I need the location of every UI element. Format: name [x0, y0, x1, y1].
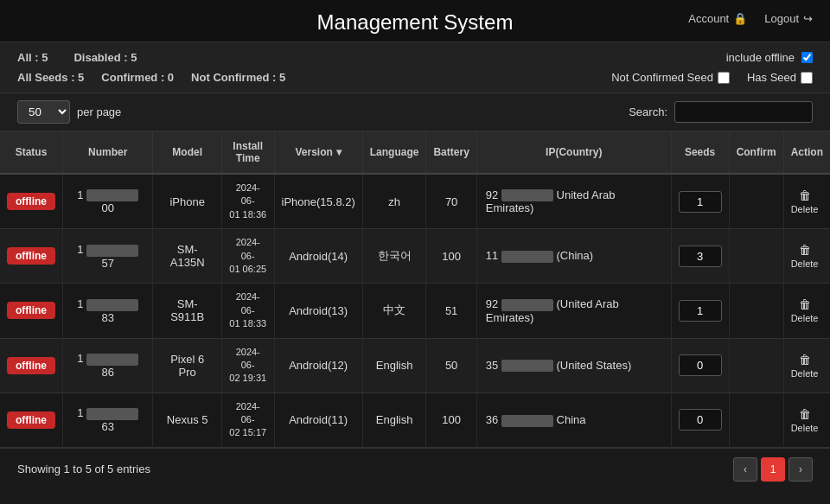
- cell-number: 1 63: [63, 392, 153, 447]
- delete-label: Delete: [791, 313, 819, 323]
- cell-version: Android(13): [274, 284, 362, 338]
- status-badge: offline: [7, 357, 55, 374]
- cell-number: 1 57: [63, 229, 153, 284]
- trash-icon: 🗑: [799, 297, 811, 311]
- col-install-time: InstallTime: [221, 131, 274, 174]
- col-model: Model: [153, 131, 221, 174]
- masked-number: [86, 354, 138, 366]
- delete-button[interactable]: 🗑 Delete: [791, 188, 819, 214]
- cell-number: 1 00: [63, 174, 153, 229]
- not-confirmed-seed-checkbox[interactable]: [718, 72, 730, 84]
- cell-model: SM-A135N: [153, 229, 221, 284]
- delete-label: Delete: [791, 423, 819, 433]
- logout-button[interactable]: Logout ↪: [764, 12, 813, 25]
- trash-icon: 🗑: [799, 353, 811, 367]
- status-badge: offline: [7, 411, 55, 429]
- col-action: Action: [783, 131, 830, 174]
- col-confirm: Confirm: [729, 131, 783, 174]
- pagination: ‹ 1 ›: [733, 457, 813, 482]
- delete-button[interactable]: 🗑 Delete: [791, 407, 819, 433]
- seeds-value: 1: [679, 191, 722, 213]
- table-row: offline 1 00 iPhone 2024-06-01 18:36 iPh…: [0, 174, 830, 229]
- logout-icon: ↪: [803, 12, 813, 25]
- cell-install-time: 2024-06-01 18:36: [221, 174, 274, 229]
- cell-seeds: 1: [671, 284, 729, 338]
- cell-action: 🗑 Delete: [783, 338, 830, 392]
- delete-label: Delete: [791, 368, 819, 379]
- prev-page-button[interactable]: ‹: [733, 457, 757, 482]
- cell-model: iPhone: [153, 174, 221, 229]
- masked-ip: [501, 415, 553, 427]
- include-offline-checkbox[interactable]: [801, 52, 813, 63]
- status-badge: offline: [7, 247, 55, 265]
- masked-ip: [501, 360, 553, 372]
- cell-battery: 100: [426, 392, 476, 447]
- toolbar-row2: All Seeds : 5 Confirmed : 0 Not Confirme…: [17, 71, 813, 84]
- seeds-value: 0: [679, 354, 722, 376]
- masked-number: [86, 245, 138, 257]
- not-confirmed-seed-label: Not Confirmed Seed: [611, 71, 713, 84]
- cell-ip: 92 (United Arab Emirates): [476, 284, 671, 338]
- next-page-button[interactable]: ›: [788, 457, 813, 482]
- not-confirmed-seed-container: Not Confirmed Seed: [611, 71, 730, 84]
- cell-seeds: 1: [671, 174, 729, 229]
- current-page-button[interactable]: 1: [761, 457, 785, 482]
- ip-num: 35: [486, 359, 498, 372]
- status-badge: offline: [7, 302, 55, 319]
- per-page-select[interactable]: 50 25 100: [17, 100, 70, 124]
- status-badge: offline: [7, 193, 55, 210]
- table-row: offline 1 86 Pixel 6 Pro 2024-06-02 19:3…: [0, 338, 830, 392]
- cell-status: offline: [0, 392, 63, 447]
- cell-ip: 11 (China): [476, 229, 671, 284]
- cell-status: offline: [0, 338, 63, 392]
- trash-icon: 🗑: [799, 188, 811, 202]
- delete-button[interactable]: 🗑 Delete: [791, 243, 819, 269]
- cell-action: 🗑 Delete: [783, 284, 830, 338]
- delete-button[interactable]: 🗑 Delete: [791, 353, 819, 379]
- cell-model: Nexus 5: [153, 392, 221, 447]
- delete-button[interactable]: 🗑 Delete: [791, 297, 819, 323]
- search-input[interactable]: [674, 101, 813, 123]
- ip-num: 92: [486, 188, 498, 201]
- header-actions: Account 🔒 Logout ↪: [688, 12, 813, 25]
- col-language: Language: [362, 131, 426, 174]
- per-page-row: 50 25 100 per page Search:: [0, 93, 830, 131]
- cell-confirm: [729, 284, 783, 338]
- table-row: offline 1 63 Nexus 5 2024-06-02 15:17 An…: [0, 392, 830, 447]
- all-stat: All : 5: [17, 51, 48, 64]
- cell-action: 🗑 Delete: [783, 229, 830, 284]
- data-table: Status Number Model InstallTime Version …: [0, 131, 830, 448]
- col-status: Status: [0, 131, 63, 174]
- cell-model: Pixel 6 Pro: [153, 338, 221, 392]
- cell-status: offline: [0, 174, 63, 229]
- delete-label: Delete: [791, 204, 819, 214]
- cell-language: zh: [362, 174, 426, 229]
- cell-language: English: [362, 338, 426, 392]
- per-page-left: 50 25 100 per page: [17, 100, 121, 124]
- table-header: Status Number Model InstallTime Version …: [0, 131, 830, 174]
- col-version[interactable]: Version ▾: [274, 131, 362, 174]
- trash-icon: 🗑: [799, 243, 811, 257]
- ip-num: 11: [486, 249, 498, 262]
- masked-number: [86, 189, 138, 201]
- country-name: China: [557, 413, 586, 426]
- masked-number: [86, 408, 138, 420]
- cell-version: Android(12): [274, 338, 362, 392]
- cell-battery: 51: [426, 284, 476, 338]
- has-seed-label: Has Seed: [747, 71, 796, 84]
- masked-number: [86, 299, 138, 311]
- cell-status: offline: [0, 229, 63, 284]
- cell-seeds: 0: [671, 338, 729, 392]
- has-seed-checkbox[interactable]: [801, 72, 813, 84]
- toolbar-row1: All : 5 Disabled : 5 include offline: [17, 51, 813, 64]
- account-button[interactable]: Account 🔒: [688, 12, 747, 25]
- col-number: Number: [63, 131, 153, 174]
- cell-install-time: 2024-06-01 06:25: [221, 229, 274, 284]
- disabled-stat: Disabled : 5: [73, 51, 137, 64]
- cell-battery: 100: [426, 229, 476, 284]
- confirmed-stat: Confirmed : 0: [101, 71, 174, 84]
- version-label: Version: [295, 146, 332, 158]
- cell-version: Android(11): [274, 392, 362, 447]
- delete-label: Delete: [791, 258, 819, 269]
- col-seeds: Seeds: [671, 131, 729, 174]
